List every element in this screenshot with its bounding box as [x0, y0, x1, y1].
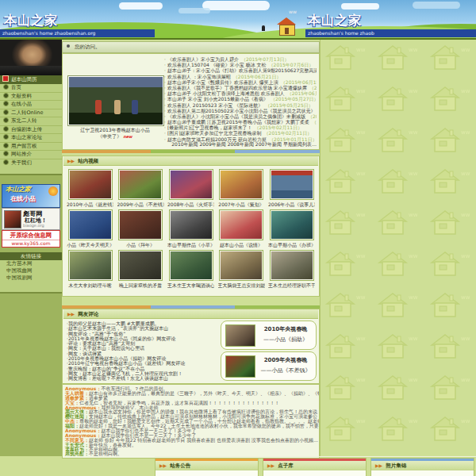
- news-item[interactable]: ·本山弟子 宋小宝 刘小光2015最新小品《看病》（2015年05月27日）: [164, 96, 317, 102]
- bullet-icon: [3, 151, 9, 156]
- ad-banner-online-sketches[interactable]: 本山之家 在线小品: [2, 184, 60, 208]
- news-item[interactable]: ·[图片]赵家班昨天参加辽宁北京卫视春晚录制（2015年02月11日）: [164, 130, 317, 136]
- menu-label: 本山之家论坛: [11, 134, 42, 140]
- featured-card-2010[interactable]: 2010年央视春晚 ——小品《捐助》: [221, 321, 317, 350]
- news-item[interactable]: ·欢乐喜剧人《我不是歌手》丁香携档赵四欢乐登场 宋小宝遭爆缺席（2015年06月…: [164, 85, 317, 90]
- menu-label: 二人转Online: [11, 109, 43, 116]
- video-item[interactable]: 2008年小品《火炬手》: [167, 169, 214, 208]
- sun-graphic: [48, 186, 58, 196]
- video-thumbnail[interactable]: [270, 169, 314, 200]
- card-title: 2010年央视春晚: [257, 325, 314, 333]
- board-username[interactable]: 席筑尚酊：: [65, 451, 89, 456]
- ad-title: 开原综合信息网: [2, 231, 60, 240]
- video-item[interactable]: 晚上回家双铁的矛盾: [117, 250, 164, 289]
- video-item[interactable]: 2010年小品《就差钱》: [67, 169, 113, 208]
- site-logo-subtitle-repeat: zhaobenshan's home zhaob: [305, 29, 476, 37]
- sidebar-item-northeast-errenzhuan[interactable]: 东北二人转: [0, 117, 62, 126]
- video-thumbnail[interactable]: [219, 209, 263, 240]
- video-thumbnail[interactable]: [169, 209, 213, 240]
- news-archive-links[interactable]: 2010年新闻 2009年新闻 2008年新闻 2007年新闻 早期新闻列表…: [164, 141, 317, 148]
- video-thumbnail[interactable]: [118, 209, 163, 240]
- caption-line: 辽宁卫视2013年春晚赵本山小品: [63, 127, 167, 133]
- sidebar-item-online-sketches[interactable]: 在线小品: [0, 101, 62, 109]
- friend-link[interactable]: 北方苗木网: [0, 260, 62, 267]
- video-caption: 本山早期小品《办班》: [268, 242, 315, 248]
- friend-link[interactable]: 中国戏剧网: [0, 274, 62, 282]
- menu-label: 文献资料: [11, 93, 32, 99]
- video-item[interactable]: 2006年小品《说事儿》: [268, 169, 315, 208]
- sidebar-item-script-upload[interactable]: 自编剧本上传: [0, 126, 62, 135]
- video-thumbnail[interactable]: [118, 250, 163, 281]
- comment-link[interactable]: ·网友博客：差啥呢？不差钱！东北人谈谈赵本山: [67, 376, 219, 381]
- footer-header[interactable]: ▶▶照片集锦: [371, 461, 474, 470]
- video-thumbnail[interactable]: [219, 169, 263, 200]
- video-thumbnail[interactable]: [68, 209, 113, 240]
- news-item[interactable]: ·欢乐喜剧人 ：宋小宝饰演展昭（2015年06月21日）: [164, 74, 317, 79]
- news-item[interactable]: ·赵本山弟子董成鹏 江苏卫视2015年春晚小品《我想家》大鹏丁柔柔（2015年0…: [164, 119, 317, 125]
- ad-banner-biaoge[interactable]: 彪哥网 杠杠地！ biaoge.org: [2, 208, 60, 230]
- video-thumbnail[interactable]: [68, 169, 113, 200]
- video-thumbnail[interactable]: [270, 250, 314, 281]
- sidebar-item-about-us[interactable]: 关于我们: [0, 159, 62, 167]
- video-caption: 2010年小品《就差钱》: [67, 202, 113, 208]
- page: ww 本山之家 zhaobenshan's home zhaobenshan.o…: [0, 0, 476, 476]
- sidebar-menu: 首页 文献资料 在线小品 二人转Online 东北二人转 自编剧本上传 本山之家…: [0, 84, 62, 175]
- footer-content: [371, 470, 474, 476]
- cloud-graphic: [202, 1, 270, 10]
- footer-header[interactable]: ▶▶点子库: [263, 461, 366, 470]
- news-item[interactable]: ·欢乐喜剧人第二期20150502宋小宝小沈阳小品《我是演员之武状元》（2015…: [164, 108, 317, 113]
- news-item[interactable]: ·欢乐喜剧人150704 《碰瓷》宋小宝 杨冰 文松（2015年07月6日）: [164, 62, 317, 67]
- video-thumbnail[interactable]: [270, 209, 314, 240]
- message-board-panel: Anonymous：不收车违行吗。？作品的原创。 无人哄着：赵本山有许多正能量的…: [62, 384, 320, 459]
- video-item[interactable]: 木生大拿刘助理斗嘴: [67, 250, 113, 289]
- comments-list: ·我的师父是赵本山——大鹏 #大鹏董成鹏。 ·赵本山艺术来源于生活，“表演界”的…: [67, 321, 219, 382]
- videos-panel: ▶▶站内视频 2010年小品《就差钱》 2009年小品《不差钱》 2008年小品…: [62, 155, 320, 297]
- ad-banner-ky365[interactable]: 开原综合信息网 www.ky365.com: [2, 230, 60, 248]
- news-item[interactable]: ·赵本山弟子宋小宝《甄嬛后传》欢乐喜剧人 爆笑上演（2015年06月15日）: [164, 79, 317, 85]
- sidebar-resume-header[interactable]: 赵本山简历: [0, 75, 62, 84]
- news-item[interactable]: ·《欢乐喜剧人》宋小宝为后人辟介（2015年07月13日）: [164, 56, 317, 62]
- video-item[interactable]: 2009年小品《不差钱》: [117, 169, 164, 208]
- section-divider-stripe: [62, 150, 320, 153]
- news-item[interactable]: ·《欢乐喜剧人》小沈阳宋小宝小品《我是演员之偶像团》未删减版（2015年04月3…: [164, 113, 317, 119]
- news-item[interactable]: ·赵本山弟子：宋小宝小品《打劫》欢乐喜剧人第9期20150627完整高清版（20…: [164, 67, 317, 73]
- video-caption: 2008年小品《火炬手》: [167, 202, 214, 208]
- video-caption: 赵本山小品《说情》: [218, 242, 265, 248]
- video-item[interactable]: 王木生王大拿喝酒谈心: [167, 250, 214, 289]
- video-item[interactable]: 王大脑袋王总安排刘能: [218, 250, 265, 289]
- friend-link[interactable]: 中国戏曲网: [0, 267, 62, 274]
- sidebar-item-documents[interactable]: 文献资料: [0, 93, 62, 102]
- video-item[interactable]: 本山早期小品《办班》: [268, 209, 315, 248]
- news-item[interactable]: ·[最新照片]辽宁卫视春晚，赵家班来了！（2015年02月11日）: [164, 125, 317, 130]
- footer-header[interactable]: ▶▶站务公告: [155, 461, 258, 470]
- bullet-icon: [3, 143, 9, 148]
- video-caption: 2006年小品《说事儿》: [268, 202, 315, 208]
- featured-card-2009[interactable]: 2009年央视春晚 ——小品《不差钱》: [221, 351, 317, 381]
- video-item[interactable]: 2007年小品《策划》: [218, 169, 265, 208]
- video-item[interactable]: 王木生总经理辞职不干: [268, 250, 315, 289]
- featured-video-thumbnail[interactable]: [67, 75, 164, 126]
- sidebar-item-forum[interactable]: 本山之家论坛: [0, 134, 62, 143]
- sidebar-item-home[interactable]: 首页: [0, 84, 62, 93]
- video-thumbnail[interactable]: [169, 169, 213, 200]
- footer-box-photos: ▶▶照片集锦: [370, 458, 474, 476]
- video-thumbnail[interactable]: [118, 169, 163, 200]
- news-list: ·《欢乐喜剧人》宋小宝为后人辟介（2015年07月13日） ·欢乐喜剧人1507…: [164, 56, 317, 142]
- sidebar-item-site-promo[interactable]: 网站推介: [0, 151, 62, 159]
- featured-video-caption[interactable]: 辽宁卫视2013年春晚赵本山小品 《中奖了》 new: [63, 127, 167, 140]
- video-item[interactable]: 本山早期作品《小草》: [167, 209, 214, 248]
- news-item[interactable]: ·赵本山弟子 小沈阳文松丁香演绎上海滩恩怨 欢乐喜剧人（2015年06月3日）: [164, 90, 317, 96]
- video-thumbnail[interactable]: [219, 250, 263, 281]
- video-item[interactable]: 小品《拜年》: [117, 209, 164, 248]
- card-subtitle: ——小品《不差钱》: [257, 367, 314, 374]
- news-item[interactable]: ·欢乐喜剧人 20150523 宋小宝 《星际迷航》（2015年05月25日）: [164, 102, 317, 108]
- video-thumbnail[interactable]: [68, 250, 113, 281]
- stage-figure: [95, 100, 102, 114]
- video-thumbnail[interactable]: [169, 250, 213, 281]
- sidebar-item-guestbook[interactable]: 用户留言板: [0, 143, 62, 152]
- video-item[interactable]: 赵本山小品《说情》: [218, 209, 265, 248]
- site-logo[interactable]: 本山之家: [4, 13, 58, 29]
- video-item[interactable]: 小品《昨天今天明天》: [67, 209, 113, 248]
- board-text: 不是很明白啊。: [89, 451, 122, 456]
- sidebar-item-errenzhuan-online[interactable]: 二人转Online: [0, 109, 62, 118]
